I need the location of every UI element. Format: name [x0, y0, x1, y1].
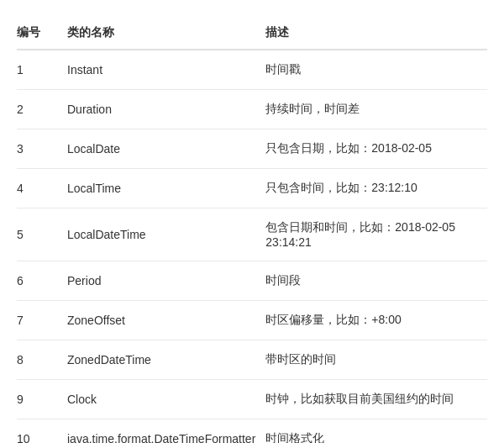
- cell-classname: Duration: [67, 90, 265, 129]
- cell-id: 1: [17, 50, 67, 90]
- cell-id: 3: [17, 129, 67, 169]
- cell-description: 持续时间，时间差: [265, 90, 487, 129]
- cell-id: 9: [17, 380, 67, 419]
- cell-id: 4: [17, 169, 67, 208]
- cell-classname: ZoneOffset: [67, 301, 265, 340]
- cell-description: 时间段: [265, 261, 487, 301]
- cell-description: 时钟，比如获取目前美国纽约的时间: [265, 380, 487, 419]
- cell-id: 6: [17, 261, 67, 301]
- col-header-description: 描述: [265, 17, 487, 50]
- table-row: 10java.time.format.DateTimeFormatter时间格式…: [17, 419, 487, 444]
- table-row: 8ZonedDateTime带时区的时间: [17, 340, 487, 380]
- table-row: 9Clock时钟，比如获取目前美国纽约的时间: [17, 380, 487, 419]
- cell-classname: ZonedDateTime: [67, 340, 265, 380]
- col-header-classname: 类的名称: [67, 17, 265, 50]
- cell-description: 带时区的时间: [265, 340, 487, 380]
- table-row: 6Period时间段: [17, 261, 487, 301]
- cell-id: 10: [17, 419, 67, 444]
- table-row: 2Duration持续时间，时间差: [17, 90, 487, 129]
- cell-classname: LocalDate: [67, 129, 265, 169]
- cell-classname: Instant: [67, 50, 265, 90]
- table-row: 7ZoneOffset时区偏移量，比如：+8:00: [17, 301, 487, 340]
- col-header-id: 编号: [17, 17, 67, 50]
- cell-classname: java.time.format.DateTimeFormatter: [67, 419, 265, 444]
- cell-description: 包含日期和时间，比如：2018-02-05 23:14:21: [265, 208, 487, 261]
- cell-classname: Clock: [67, 380, 265, 419]
- cell-classname: LocalTime: [67, 169, 265, 208]
- table-header-row: 编号 类的名称 描述: [17, 17, 487, 50]
- table-row: 5LocalDateTime包含日期和时间，比如：2018-02-05 23:1…: [17, 208, 487, 261]
- cell-id: 5: [17, 208, 67, 261]
- cell-description: 时区偏移量，比如：+8:00: [265, 301, 487, 340]
- table-row: 3LocalDate只包含日期，比如：2018-02-05: [17, 129, 487, 169]
- cell-description: 时间格式化: [265, 419, 487, 444]
- cell-id: 7: [17, 301, 67, 340]
- cell-description: 只包含时间，比如：23:12:10: [265, 169, 487, 208]
- table-container: 编号 类的名称 描述 1Instant时间戳2Duration持续时间，时间差3…: [0, 0, 504, 443]
- table-row: 1Instant时间戳: [17, 50, 487, 90]
- cell-id: 8: [17, 340, 67, 380]
- cell-id: 2: [17, 90, 67, 129]
- table-row: 4LocalTime只包含时间，比如：23:12:10: [17, 169, 487, 208]
- cell-description: 时间戳: [265, 50, 487, 90]
- cell-classname: Period: [67, 261, 265, 301]
- cell-classname: LocalDateTime: [67, 208, 265, 261]
- data-table: 编号 类的名称 描述 1Instant时间戳2Duration持续时间，时间差3…: [17, 17, 487, 443]
- cell-description: 只包含日期，比如：2018-02-05: [265, 129, 487, 169]
